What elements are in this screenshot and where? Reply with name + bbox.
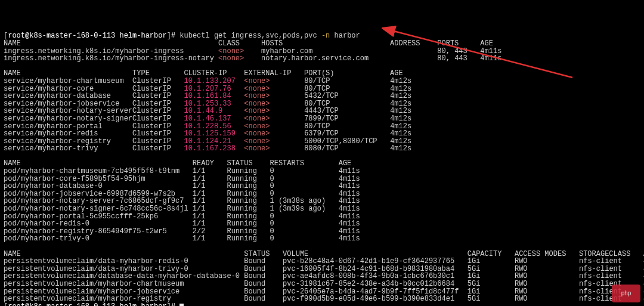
svc-ports: 8080/TCP bbox=[304, 144, 390, 153]
ingress-class: <none> bbox=[218, 54, 261, 63]
ingress-address bbox=[390, 54, 437, 63]
svc-type: ClusterIP bbox=[132, 144, 184, 153]
ingress-ports: 80, 443 bbox=[437, 54, 480, 63]
ingress-age: 4m11s bbox=[480, 54, 501, 63]
terminal-output: [root@k8s-master-168-0-113 helm-harbor]#… bbox=[4, 32, 640, 306]
bracket: ] bbox=[167, 302, 171, 306]
user: root bbox=[8, 302, 25, 306]
cursor[interactable] bbox=[179, 304, 184, 306]
pvc-status: Bound bbox=[244, 295, 283, 303]
ingress-hosts: notary.harbor.service.com bbox=[261, 54, 390, 63]
pod-status: Running bbox=[227, 234, 270, 243]
path: helm-harbor bbox=[119, 302, 166, 306]
ingress-name: ingress.networking.k8s.io/myharbor-ingre… bbox=[4, 54, 218, 63]
svc-clusterip: 10.1.167.238 bbox=[184, 144, 244, 153]
pod-age: 4m11s bbox=[339, 234, 360, 243]
pod-ready: 1/1 bbox=[193, 234, 227, 243]
svc-name: service/myharbor-trivy bbox=[4, 144, 132, 153]
pod-restarts: 0 bbox=[270, 234, 338, 243]
pvc-access: RWO bbox=[515, 295, 579, 303]
watermark-logo bbox=[612, 285, 640, 302]
hash: # bbox=[171, 302, 179, 306]
pod-name: pod/myharbor-trivy-0 bbox=[4, 234, 193, 243]
pvc-volume: pvc-f990d5b9-e05d-49e6-b599-b390e833d4e1 bbox=[283, 295, 467, 303]
svc-age: 4m12s bbox=[390, 144, 411, 153]
svc-externalip: <none> bbox=[244, 144, 304, 153]
host: k8s-master-168-0-113 bbox=[29, 302, 115, 306]
pvc-capacity: 5Gi bbox=[467, 295, 515, 303]
